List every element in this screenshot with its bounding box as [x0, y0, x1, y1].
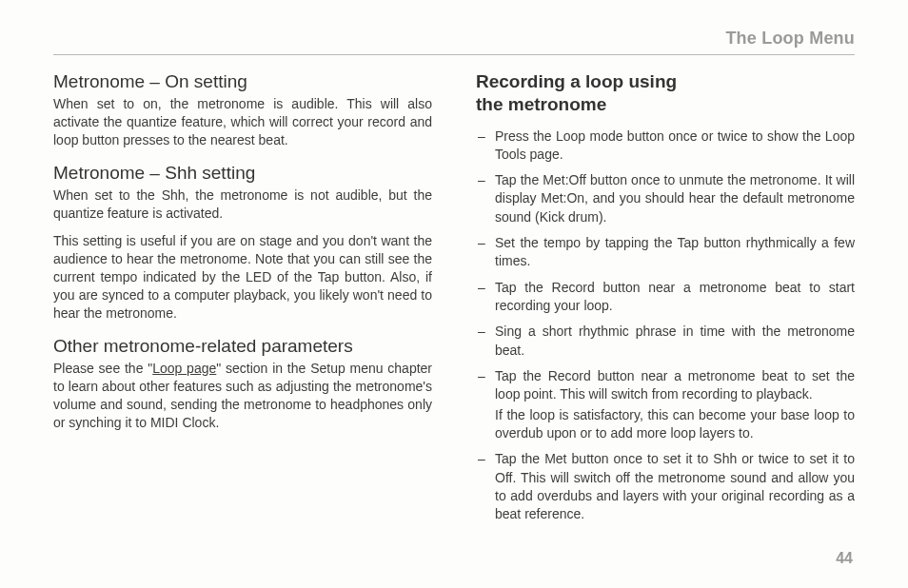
item-sub: If the loop is satisfactory, this can be… — [495, 406, 855, 443]
body-other-params: Please see the "Loop page" section in th… — [53, 360, 432, 432]
item-text: Tap the Record button near a metronome b… — [495, 280, 855, 313]
item-text: Sing a short rhythmic phrase in time wit… — [495, 323, 855, 357]
page-header: The Loop Menu — [53, 29, 855, 55]
list-item: Tap the Record button near a metronome b… — [476, 367, 855, 442]
loop-page-link[interactable]: Loop page — [152, 361, 216, 376]
header-title: The Loop Menu — [725, 29, 855, 48]
instruction-list: Press the Loop mode button once or twice… — [476, 127, 855, 524]
item-text: Set the tempo by tapping the Tap button … — [495, 235, 855, 268]
page-number: 44 — [836, 550, 853, 567]
right-column: Recording a loop using the metronome Pre… — [476, 70, 855, 531]
heading-line2: the metronome — [476, 94, 606, 114]
body-metronome-on: When set to on, the metronome is audible… — [53, 95, 432, 149]
left-column: Metronome – On setting When set to on, t… — [53, 70, 432, 531]
item-text: Press the Loop mode button once or twice… — [495, 128, 855, 162]
body-metronome-shh-1: When set to the Shh, the metronome is no… — [53, 186, 432, 223]
heading-line1: Recording a loop using — [476, 71, 677, 91]
heading-other-params: Other metronome-related parameters — [53, 335, 432, 358]
item-text: Tap the Met:Off button once to unmute th… — [495, 172, 855, 225]
content-columns: Metronome – On setting When set to on, t… — [53, 70, 855, 531]
body-metronome-shh-2: This setting is useful if you are on sta… — [53, 232, 432, 322]
item-text: Tap the Record button near a metronome b… — [495, 368, 855, 402]
heading-recording-loop: Recording a loop using the metronome — [476, 70, 855, 116]
list-item: Tap the Met:Off button once to unmute th… — [476, 171, 855, 226]
list-item: Sing a short rhythmic phrase in time wit… — [476, 323, 855, 360]
list-item: Tap the Met button once to set it to Shh… — [476, 450, 855, 523]
list-item: Set the tempo by tapping the Tap button … — [476, 234, 855, 271]
item-text: Tap the Met button once to set it to Shh… — [495, 451, 855, 521]
heading-metronome-shh: Metronome – Shh setting — [53, 162, 432, 185]
text-pre-link: Please see the " — [53, 361, 152, 376]
heading-metronome-on: Metronome – On setting — [53, 70, 432, 93]
list-item: Tap the Record button near a metronome b… — [476, 279, 855, 316]
manual-page: The Loop Menu Metronome – On setting Whe… — [0, 0, 908, 588]
list-item: Press the Loop mode button once or twice… — [476, 127, 855, 165]
